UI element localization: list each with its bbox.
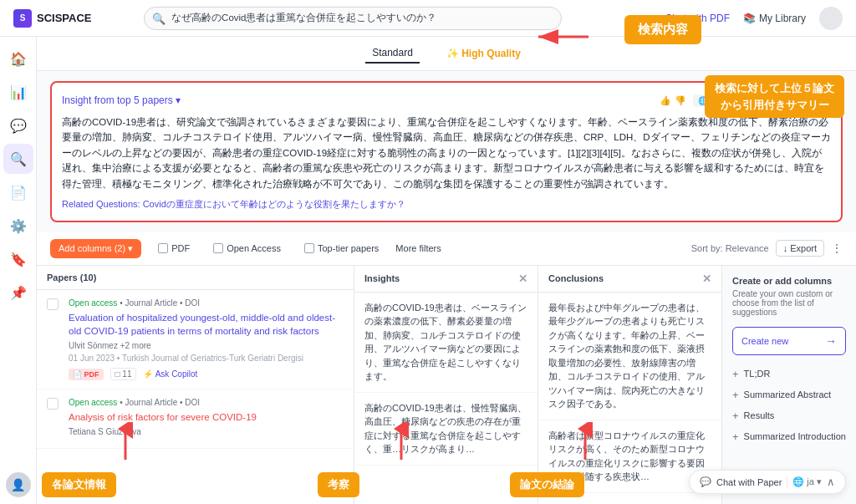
column-option-abstract[interactable]: + Summarized Abstract bbox=[732, 384, 846, 405]
chat-paper-icon: 💬 bbox=[700, 476, 711, 487]
tab-standard[interactable]: Standard bbox=[365, 43, 420, 64]
sidebar-user-avatar[interactable]: 👤 bbox=[6, 472, 31, 497]
thumbs-up-icon[interactable] bbox=[660, 94, 671, 106]
insights-close-icon[interactable]: ✕ bbox=[518, 272, 527, 285]
menu-dots-icon[interactable]: ⋮ bbox=[831, 242, 843, 255]
my-library-button[interactable]: 📚 My Library bbox=[743, 13, 806, 24]
cite-button[interactable]: □ 11 bbox=[110, 368, 137, 380]
insight-title: Insight from top 5 papers ▾ bbox=[62, 94, 181, 106]
paper-title[interactable]: Evaluation of hospitalized youngest-old,… bbox=[69, 311, 344, 338]
pdf-tag[interactable]: 📄 PDF bbox=[69, 369, 104, 380]
paper-checkbox[interactable] bbox=[47, 298, 59, 310]
expand-icon[interactable]: ∧ bbox=[827, 476, 835, 488]
search-bar: 🔍 bbox=[144, 7, 562, 30]
add-columns-title: Create or add columns bbox=[732, 276, 846, 286]
sidebar-item-stats[interactable]: 📊 bbox=[3, 77, 33, 107]
library-label: My Library bbox=[759, 13, 806, 24]
insights-label: Insights bbox=[364, 273, 400, 283]
logo-icon: S bbox=[13, 9, 32, 28]
export-button[interactable]: ↓ Export bbox=[776, 240, 824, 257]
article-type: • Journal Article • DOI bbox=[120, 298, 200, 308]
conclusions-column-header: Conclusions ✕ bbox=[538, 266, 721, 293]
pdf-filter[interactable]: PDF bbox=[151, 240, 196, 257]
table-row[interactable]: Open access • Journal Article • DOI Anal… bbox=[37, 389, 354, 449]
thumbs-down-icon[interactable] bbox=[675, 94, 686, 106]
callout-conclusions-label: 論文の結論 bbox=[520, 478, 574, 491]
callout-search-label: 検索内容 bbox=[638, 22, 688, 36]
add-columns-content: Create or add columns Create your own cu… bbox=[722, 266, 856, 457]
sort-area: Sort by: Relevance ↓ Export ⋮ bbox=[691, 240, 843, 257]
insights-column-header: Insights ✕ bbox=[354, 266, 538, 293]
header: S SCISPACE 🔍 + Chat with PDF 📚 My Librar… bbox=[0, 0, 856, 37]
callout-conclusions: 論文の結論 bbox=[510, 472, 584, 497]
list-item: 最年長および中年グループの患者は、最年少グループの患者よりも死亡リスクが高くなり… bbox=[538, 293, 721, 420]
add-columns-button[interactable]: Add columns (2) ▾ bbox=[50, 239, 141, 258]
library-icon: 📚 bbox=[743, 13, 756, 24]
top-tier-filter[interactable]: Top-tier papers bbox=[298, 240, 385, 257]
sidebar-item-chat[interactable]: 💬 bbox=[3, 110, 33, 140]
option-label: Summarized Abstract bbox=[744, 389, 832, 400]
sidebar-item-docs[interactable]: 📄 bbox=[3, 177, 33, 207]
conclusions-close-icon[interactable]: ✕ bbox=[702, 272, 711, 285]
create-new-label: Create new bbox=[741, 336, 788, 346]
toolbar: Add columns (2) ▾ PDF Open Access Top-ti… bbox=[37, 232, 856, 266]
lang-select-icon[interactable]: 🌐 ja ▾ bbox=[787, 476, 822, 487]
column-option-tldr[interactable]: + TL;DR bbox=[732, 364, 846, 384]
list-item: 高齢のCOVID-19患者は、慢性腎臓病、高血圧、糖尿病などの疾患の存在が重症に… bbox=[354, 393, 538, 466]
more-filters-button[interactable]: More filters bbox=[395, 243, 441, 253]
pdf-checkbox[interactable] bbox=[158, 243, 168, 253]
ask-copilot-button[interactable]: ⚡ Ask Copilot bbox=[143, 369, 197, 379]
add-columns-panel: Create or add columns Create your own cu… bbox=[722, 266, 856, 504]
plus-icon: + bbox=[732, 368, 739, 380]
add-columns-subtitle: Create your own custom or choose from th… bbox=[732, 289, 846, 317]
pdf-filter-label: PDF bbox=[171, 243, 190, 253]
related-question-link[interactable]: Covidの重症度において年齢はどのような役割を果たしますか？ bbox=[143, 199, 405, 209]
paper-meta: Open access • Journal Article • DOI bbox=[69, 398, 257, 407]
callout-paper-info: 各論文情報 bbox=[42, 472, 116, 497]
papers-count-link[interactable]: 5 papers ▾ bbox=[134, 94, 181, 106]
open-access-checkbox[interactable] bbox=[213, 243, 223, 253]
quality-tabs: Standard ✨ High Quality bbox=[37, 37, 856, 71]
arrow-to-conclusions bbox=[568, 422, 602, 464]
option-label: Summarized Introduction bbox=[744, 431, 846, 441]
paper-date: 01 Jun 2023 • Turkish Journal of Geriatr… bbox=[69, 354, 344, 363]
option-label: TL;DR bbox=[744, 369, 771, 379]
column-option-intro[interactable]: + Summarized Introduction bbox=[732, 426, 846, 447]
open-access-label: Open Access bbox=[227, 243, 281, 253]
arrow-to-search bbox=[530, 20, 597, 53]
sidebar-item-home[interactable]: 🏠 bbox=[3, 43, 33, 74]
sidebar-item-settings[interactable]: ⚙️ bbox=[3, 211, 33, 241]
list-item: 高齢のCOVID-19患者は、ベースラインの薬素濃度の低下、酵素必要量の増加、肺… bbox=[354, 293, 538, 393]
logo-text: SCISPACE bbox=[37, 12, 92, 24]
article-type: • Journal Article • DOI bbox=[120, 398, 200, 407]
arrow-to-insights bbox=[385, 422, 418, 464]
user-avatar[interactable] bbox=[819, 7, 843, 30]
paper-authors: Tetiana S Giuzeeva bbox=[69, 427, 257, 436]
sort-label: Sort by: Relevance bbox=[691, 243, 769, 253]
arrow-right-icon: → bbox=[825, 334, 837, 348]
paper-authors: Ulvit Sönmez +2 more bbox=[69, 341, 344, 350]
chat-with-paper-float[interactable]: 💬 Chat with Paper 🌐 ja ▾ ∧ bbox=[689, 470, 846, 494]
open-access-filter[interactable]: Open Access bbox=[206, 240, 288, 257]
papers-column: Papers (10) Open access • Journal Articl… bbox=[37, 266, 354, 504]
top-tier-checkbox[interactable] bbox=[304, 243, 314, 253]
open-access-badge: Open access bbox=[69, 298, 117, 308]
callout-summary-label: 検索に対して上位５論文から引用付きサマリー bbox=[715, 82, 834, 111]
column-option-results[interactable]: + Results bbox=[732, 405, 846, 426]
insight-text: 高齢のCOVID-19患者は、研究論文で強調されているさまざまな要因により、重篤… bbox=[62, 115, 831, 191]
paper-checkbox[interactable] bbox=[47, 398, 59, 410]
feedback-icons bbox=[660, 94, 686, 106]
table-row[interactable]: Open access • Journal Article • DOI Eval… bbox=[37, 290, 354, 389]
sidebar-item-search[interactable]: 🔍 bbox=[3, 144, 33, 174]
insights-column: Insights ✕ 高齢のCOVID-19患者は、ベースラインの薬素濃度の低下… bbox=[354, 266, 538, 504]
sidebar-item-pin[interactable]: 📌 bbox=[3, 277, 33, 308]
tab-high-quality[interactable]: ✨ High Quality bbox=[440, 44, 527, 63]
create-new-column-button[interactable]: Create new → bbox=[732, 327, 846, 355]
plus-icon: + bbox=[732, 389, 739, 401]
paper-meta: Open access • Journal Article • DOI bbox=[69, 298, 344, 308]
search-input[interactable] bbox=[144, 7, 562, 30]
sidebar-item-bookmark[interactable]: 🔖 bbox=[3, 244, 33, 274]
paper-title[interactable]: Analysis of risk factors for severe COVI… bbox=[69, 410, 257, 424]
chat-paper-label: Chat with Paper bbox=[716, 477, 782, 487]
callout-insights-label: 考察 bbox=[328, 478, 349, 491]
